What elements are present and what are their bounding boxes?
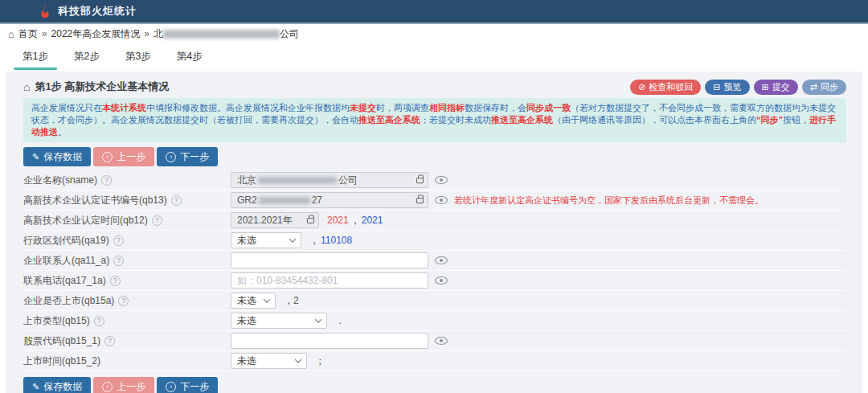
field-label: 行政区划代码(qa19) [23, 234, 109, 248]
tab-step-1[interactable]: 第1步 [10, 43, 61, 70]
next-step-button-bottom[interactable]: › 下一步 [157, 377, 218, 393]
page-title: ⌂ 第1步 高新技术企业基本情况 [23, 80, 169, 94]
tab-step-4[interactable]: 第4步 [164, 43, 215, 70]
field-label: 上市时间(qb15_2) [23, 354, 100, 368]
form-row-sname: 企业名称(sname) 北京 公司 [23, 170, 846, 190]
help-icon[interactable] [110, 276, 121, 286]
eye-icon[interactable] [435, 196, 448, 204]
form-row-qb12: 高新技术企业认定时间(qb12) 2021.2021年 2021，2021 [23, 211, 846, 231]
qa19-helper-values: ，110108 [309, 234, 352, 248]
circle-slash-icon: ⊘ [638, 83, 645, 92]
eye-icon[interactable] [435, 256, 448, 264]
qb12-helper-values: 2021，2021 [327, 214, 383, 227]
qb13-note: 若统计年度新认定高企证书编号为空，国家下发后由系统后台更新，不需理会。 [454, 194, 764, 207]
top-navbar: 科技部火炬统计 [0, 0, 868, 24]
field-label: 企业是否上市(qb15a) [23, 294, 114, 308]
save-data-button-bottom[interactable]: ✎ 保存数据 [23, 377, 91, 393]
sync-notice: 高企发展情况只在本统计系统中填报和修改数据。高企发展情况和企业年报数据均未提交时… [23, 98, 846, 142]
help-icon[interactable] [113, 256, 124, 266]
form-row-qb15a: 企业是否上市(qb15a) 未选 ，2 [23, 291, 846, 311]
help-icon[interactable] [94, 316, 104, 326]
home-icon: ⌂ [8, 28, 14, 40]
field-label: 上市类型(qb15) [23, 314, 90, 328]
toolbar-top: ✎ 保存数据 ‹ 上一步 › 下一步 [23, 147, 846, 166]
app-title: 科技部火炬统计 [58, 4, 137, 18]
arrow-left-circle-icon: ‹ [102, 152, 113, 162]
breadcrumb: ⌂ 首页 » 2022年高企发展情况 » 北公司 [0, 24, 868, 43]
help-icon[interactable] [118, 296, 129, 306]
form-row-qb13: 高新技术企业认定证书编号(qb13) GR2 27 若统计年度新认定高企证书编号… [23, 190, 846, 211]
field-label: 股票代码(qb15_1) [23, 334, 100, 348]
redacted-value [259, 197, 310, 204]
preview-button[interactable]: ⊟ 预览 [705, 80, 749, 95]
breadcrumb-home-link[interactable]: 首页 [18, 27, 38, 41]
breadcrumb-company: 北公司 [154, 27, 299, 41]
eye-icon[interactable] [435, 176, 448, 184]
qb15-2-select[interactable]: 未选 [231, 353, 307, 369]
main-panel: ⌂ 第1步 高新技术企业基本情况 ⊘ 检查和驳回 ⊟ 预览 ⊞ 提交 ⇄ 同步 … [6, 72, 862, 393]
breadcrumb-separator: » [42, 28, 47, 39]
chevron-down-icon [315, 316, 321, 322]
torch-logo-icon [39, 4, 51, 18]
next-step-button[interactable]: › 下一步 [157, 147, 218, 166]
toolbar-bottom: ✎ 保存数据 ‹ 上一步 › 下一步 [23, 377, 846, 393]
help-icon[interactable] [104, 336, 115, 346]
submit-icon: ⊞ [762, 83, 769, 92]
chevron-down-icon [295, 356, 301, 362]
field-label: 高新技术企业认定时间(qb12) [23, 214, 148, 227]
edit-icon: ✎ [32, 153, 39, 162]
lock-icon [416, 198, 424, 203]
qa17-1a-input[interactable] [231, 272, 428, 289]
sync-icon: ⇄ [810, 83, 817, 92]
form-row-qb15: 上市类型(qb15) 未选 ． [23, 311, 846, 331]
action-pills: ⊘ 检查和驳回 ⊟ 预览 ⊞ 提交 ⇄ 同步 [630, 80, 846, 95]
arrow-right-circle-icon: › [166, 152, 176, 162]
help-icon[interactable] [171, 195, 182, 206]
breadcrumb-separator: » [144, 28, 149, 39]
qb15-2-helper-values: ； [315, 354, 325, 368]
qb15-1-input[interactable] [231, 333, 428, 349]
tab-step-3[interactable]: 第3步 [113, 43, 164, 70]
chevron-down-icon [289, 235, 296, 242]
submit-button[interactable]: ⊞ 提交 [754, 80, 798, 95]
qb15a-helper-values: ，2 [284, 294, 299, 308]
sync-button[interactable]: ⇄ 同步 [802, 80, 846, 95]
preview-icon: ⊟ [713, 83, 720, 92]
lock-icon [416, 178, 424, 183]
qb15-helper-values: ． [335, 314, 345, 328]
sname-field: 北京 公司 [231, 172, 428, 188]
prev-step-button[interactable]: ‹ 上一步 [93, 147, 154, 166]
form: 企业名称(sname) 北京 公司 高新技术企业认定证书编号(qb13) GR2… [23, 170, 846, 371]
form-row-qb15-2: 上市时间(qb15_2) 未选 ； [23, 351, 846, 371]
tab-step-2[interactable]: 第2步 [61, 43, 113, 70]
field-label: 企业名称(sname) [23, 174, 97, 187]
eye-icon[interactable] [435, 276, 448, 285]
qa19-select[interactable]: 未选 [231, 232, 301, 248]
field-label: 企业联系人(qa11_a) [23, 254, 109, 268]
section-home-icon: ⌂ [23, 80, 30, 93]
edit-icon: ✎ [32, 383, 39, 391]
help-icon[interactable] [152, 215, 162, 226]
help-icon[interactable] [113, 235, 124, 246]
qb15-select[interactable]: 未选 [231, 313, 327, 329]
qb12-field: 2021.2021年 [231, 212, 319, 228]
panel-header: ⌂ 第1步 高新技术企业基本情况 ⊘ 检查和驳回 ⊟ 预览 ⊞ 提交 ⇄ 同步 [23, 80, 846, 94]
check-reject-button[interactable]: ⊘ 检查和驳回 [630, 80, 701, 95]
help-icon[interactable] [101, 175, 112, 186]
breadcrumb-survey-link[interactable]: 2022年高企发展情况 [51, 27, 141, 41]
arrow-right-circle-icon: › [166, 382, 176, 392]
save-data-button[interactable]: ✎ 保存数据 [23, 147, 91, 166]
qb13-field: GR2 27 [231, 192, 428, 208]
lock-icon [307, 218, 314, 223]
form-row-qb15-1: 股票代码(qb15_1) [23, 331, 846, 351]
arrow-left-circle-icon: ‹ [102, 382, 113, 392]
step-tabs: 第1步 第2步 第3步 第4步 [0, 43, 868, 70]
redacted-company-name [163, 30, 280, 39]
qb15a-select[interactable]: 未选 [231, 293, 276, 309]
chevron-down-icon [264, 296, 270, 302]
form-row-qa17-1a: 联系电话(qa17_1a) [23, 271, 846, 291]
prev-step-button-bottom[interactable]: ‹ 上一步 [93, 377, 154, 393]
qa11a-input[interactable] [231, 252, 428, 268]
eye-icon[interactable] [435, 337, 448, 345]
form-row-qa19: 行政区划代码(qa19) 未选 ，110108 [23, 231, 846, 251]
